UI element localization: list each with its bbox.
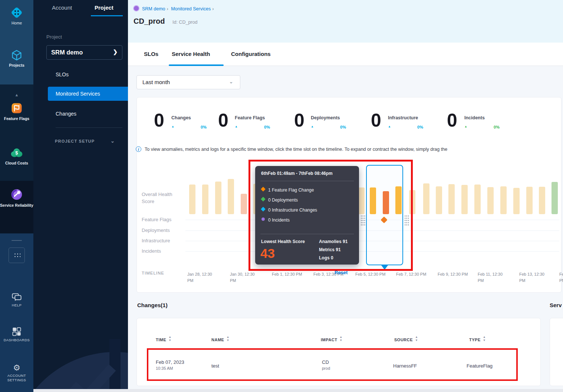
health-score-bar[interactable] [189, 185, 195, 214]
module-grid-button[interactable] [9, 248, 25, 263]
annotation-box-timeline [248, 160, 413, 271]
tab-account[interactable]: Account [52, 4, 72, 11]
home-harness-icon [10, 6, 23, 19]
service-reliability-icon [10, 187, 24, 202]
health-score-bar[interactable] [241, 194, 247, 214]
health-score-bar[interactable] [461, 185, 468, 214]
col-header-name[interactable]: NAME▲▼ [211, 335, 229, 342]
page-id: Id: CD_prod [172, 20, 197, 25]
sort-icon[interactable]: ▲▼ [339, 335, 342, 342]
nav-item-monitored-services[interactable]: Monitored Services [48, 87, 128, 101]
trend-up-icon: ▲ [464, 125, 467, 128]
tab-active-underline [91, 15, 123, 16]
breadcrumb: SRM demo› Monitored Services› [142, 6, 215, 11]
health-score-bar[interactable] [448, 184, 455, 214]
sidebar-divider [11, 240, 22, 241]
project-setup-label[interactable]: PROJECT SETUP [55, 139, 95, 143]
nav-item-slos[interactable]: SLOs [33, 67, 128, 82]
health-score-bar[interactable] [215, 182, 221, 214]
counter-value-feature-flags: 0 [218, 111, 228, 130]
counter-label-feature-flags: Feature Flags [235, 115, 265, 120]
counter-delta-changes: ▲ 0% [171, 125, 207, 129]
col-header-impact[interactable]: IMPACT▲▼ [321, 335, 342, 342]
watermark-stem [109, 339, 121, 392]
nav-item-changes[interactable]: Changes [33, 107, 128, 121]
sidebar-item-home[interactable]: Home [0, 6, 33, 26]
counter-delta-feature-flags: ▲ 0% [235, 125, 270, 129]
app-window: Home Projects ▲ Feature Flags [0, 0, 563, 392]
health-score-bar[interactable] [500, 186, 507, 214]
service-tabs: SLOs Service Health Configurations [128, 43, 563, 66]
nav-item-label: Changes [56, 111, 76, 117]
sidebar-item-account-settings[interactable]: ⚙ ACCOUNT SETTINGS [0, 364, 33, 382]
cloud-costs-icon: $ [10, 147, 24, 159]
counter-value-changes: 0 [154, 111, 164, 130]
service-panel-heading: Serv [550, 302, 562, 308]
breadcrumb-project-link[interactable]: SRM demo [142, 6, 165, 11]
counter-delta-deployments: ▲ 0% [311, 125, 346, 129]
health-score-bar[interactable] [436, 186, 442, 214]
sidebar-item-label: ACCOUNT SETTINGS [0, 373, 33, 382]
time-range-value: Last month [142, 79, 170, 85]
grid-icon [14, 253, 20, 259]
timeline-tick-label: Feb 15, 12:30PM [559, 271, 563, 283]
timeline-tick-label: Feb 11, 12:30PM [478, 271, 513, 283]
counter-value-infrastructure: 0 [371, 111, 381, 130]
trend-up-icon: ▲ [388, 125, 391, 128]
timeline-tick-label: Feb 13, 12:30PM [519, 271, 554, 283]
sidebar-item-feature-flags[interactable]: Feature Flags [0, 102, 33, 121]
sidebar-item-label: HELP [0, 303, 33, 308]
collapse-arrow-icon[interactable]: ▲ [0, 93, 33, 97]
col-header-time[interactable]: TIME▲▼ [156, 335, 171, 342]
info-icon: i [136, 146, 141, 152]
page-header: SRM demo› Monitored Services› CD_prod Id… [128, 0, 563, 43]
sidebar-item-cloud-costs[interactable]: $ Cloud Costs [0, 147, 33, 166]
health-score-bar[interactable] [423, 183, 429, 214]
timeline-info-note: i To view anomalies, metrics and logs fo… [145, 147, 447, 152]
sidebar-item-dashboards[interactable]: DASHBOARDS [0, 327, 33, 342]
counter-label-infrastructure: Infrastructure [388, 115, 418, 120]
col-header-type[interactable]: TYPE▲▼ [469, 335, 485, 342]
health-score-bar[interactable] [552, 182, 558, 214]
counter-delta-incidents: ▲ 0% [464, 125, 500, 129]
timeline-axis-label: TIMELINE [142, 271, 164, 275]
sort-icon[interactable]: ▲▼ [168, 335, 171, 342]
health-score-bar[interactable] [228, 179, 234, 214]
time-range-dropdown[interactable]: Last month ⌄ [136, 75, 240, 89]
sort-icon[interactable]: ▲▼ [415, 335, 418, 342]
timeline-tick-label: Jan 30, 12:30PM [230, 271, 265, 283]
trend-up-icon: ▲ [311, 125, 314, 128]
counter-delta-infrastructure: ▲ 0% [388, 125, 423, 129]
sort-icon[interactable]: ▲▼ [483, 335, 485, 342]
sidebar-item-label: Home [0, 21, 33, 26]
breadcrumb-monitored-services-link[interactable]: Monitored Services [171, 6, 211, 11]
changes-heading: Changes(1) [137, 302, 168, 308]
timeline-tick-label: Feb 7, 12:30 PM [396, 271, 431, 278]
trend-up-icon: ▲ [235, 125, 238, 128]
sidebar-item-service-reliability[interactable]: Service Reliability [0, 187, 33, 208]
chevron-down-icon: ⌄ [111, 138, 115, 144]
health-score-bar[interactable] [513, 188, 520, 214]
health-score-bar[interactable] [474, 185, 481, 214]
counter-label-changes: Changes [171, 115, 191, 120]
tab-slos[interactable]: SLOs [144, 51, 158, 57]
health-score-bar[interactable] [526, 187, 533, 214]
project-section-label: Project [46, 34, 62, 40]
help-chat-icon [11, 293, 22, 302]
tab-project[interactable]: Project [95, 4, 113, 11]
sidebar-item-help[interactable]: HELP [0, 293, 33, 308]
health-score-bar[interactable] [202, 185, 208, 214]
sidebar-item-label: Cloud Costs [0, 161, 33, 166]
tab-configurations[interactable]: Configurations [231, 51, 271, 57]
health-score-bar[interactable] [487, 187, 494, 214]
sidebar-item-projects[interactable]: Projects [0, 49, 33, 68]
nav-divider [56, 127, 122, 128]
sidebar-item-label: Feature Flags [0, 116, 33, 121]
chevron-down-icon: ⌄ [229, 79, 233, 84]
health-score-bar[interactable] [539, 187, 545, 214]
sort-icon[interactable]: ▲▼ [226, 335, 229, 342]
svg-text:$: $ [15, 150, 18, 156]
col-header-source[interactable]: SOURCE▲▼ [394, 335, 418, 342]
project-selector[interactable]: SRM demo ❯ [46, 45, 122, 60]
tab-service-health[interactable]: Service Health [172, 51, 210, 57]
